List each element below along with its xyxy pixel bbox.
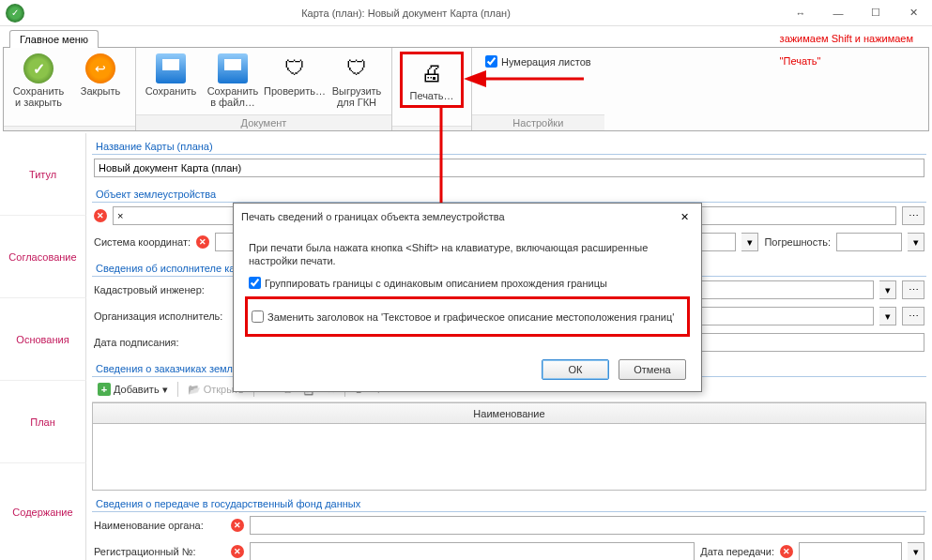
print-highlight-box: Печать… xyxy=(400,52,464,108)
customers-table: Наименование xyxy=(92,402,926,491)
check-circle-icon xyxy=(23,53,53,83)
sidebar-item-content[interactable]: Содержание xyxy=(0,463,86,560)
accuracy-input[interactable] xyxy=(836,233,902,251)
accuracy-dropdown[interactable]: ▾ xyxy=(908,233,924,251)
export-gkn-button[interactable]: Выгрузить для ГКН xyxy=(329,52,384,110)
error-icon xyxy=(94,209,107,222)
tab-main-menu[interactable]: Главное меню xyxy=(9,30,99,48)
floppy-file-icon xyxy=(218,53,248,83)
error-icon xyxy=(231,519,244,532)
transfer-date-input[interactable] xyxy=(799,542,902,560)
save-and-close-button[interactable]: Сохранить и закрыть xyxy=(11,52,66,110)
print-button[interactable]: Печать… xyxy=(405,56,459,103)
table-header-name[interactable]: Наименование xyxy=(93,403,925,424)
engineer-dropdown[interactable]: ▾ xyxy=(879,280,896,299)
titlebar: ✓ Карта (план): Новый документ Карта (пл… xyxy=(0,0,932,26)
numbering-checkbox-input[interactable] xyxy=(485,55,497,68)
dialog-info-text: При печати была нажата кнопка <Shift> на… xyxy=(249,241,686,267)
numbering-checkbox[interactable]: Нумерация листов xyxy=(485,55,591,68)
maximize-button[interactable]: ☐ xyxy=(857,0,894,26)
app-icon: ✓ xyxy=(6,4,24,23)
sidebar-item-grounds[interactable]: Основания xyxy=(0,298,86,381)
map-name-input[interactable] xyxy=(94,159,924,177)
section-object: Объект землеустройства xyxy=(92,185,926,203)
dialog-close-button[interactable]: ✕ xyxy=(675,207,694,226)
error-icon xyxy=(196,235,209,249)
ribbon-group-document: Сохранить Сохранить в файл… Проверить… В… xyxy=(136,48,392,130)
replace-title-highlight: Заменить заголовок на 'Текстовое и графи… xyxy=(245,296,690,337)
ribbon-group-print: Печать… xyxy=(392,48,472,130)
org-dropdown[interactable]: ▾ xyxy=(879,307,896,325)
section-map-name: Название Карты (плана) xyxy=(92,137,926,155)
group-boundaries-checkbox[interactable]: Группировать границы с одинаковым описан… xyxy=(249,277,686,289)
window-controls: ↔ — ☐ ✕ xyxy=(782,0,932,26)
close-button[interactable]: Закрыть xyxy=(73,52,128,98)
floppy-icon xyxy=(156,53,186,83)
add-button[interactable]: Добавить ▾ xyxy=(94,381,172,398)
table-body[interactable] xyxy=(93,424,925,490)
engineer-label: Кадастровый инженер: xyxy=(94,284,235,295)
ribbon-group-1: Сохранить и закрыть Закрыть xyxy=(4,48,136,130)
transfer-date-dropdown[interactable]: ▾ xyxy=(908,542,924,560)
window-title: Карта (план): Новый документ Карта (план… xyxy=(30,8,782,19)
coord-system-label: Система координат: xyxy=(94,236,191,248)
plus-icon xyxy=(98,383,111,396)
replace-title-input[interactable] xyxy=(252,310,264,323)
reg-no-label: Регистрационный №: xyxy=(94,546,225,557)
dialog-footer: ОК Отмена xyxy=(234,352,701,391)
reg-no-input[interactable] xyxy=(250,542,695,560)
accuracy-label: Погрешность: xyxy=(764,236,831,248)
ribbon-group-settings: Нумерация листов Настройки xyxy=(472,48,604,130)
sidebar: Титул Согласование Основания План Содерж… xyxy=(0,133,86,560)
sidebar-item-plan[interactable]: План xyxy=(0,381,86,463)
back-circle-icon xyxy=(85,53,115,83)
replace-title-checkbox[interactable]: Заменить заголовок на 'Текстовое и графи… xyxy=(252,310,683,323)
object-ellipsis-button[interactable]: ⋯ xyxy=(902,206,924,225)
error-icon xyxy=(231,545,244,558)
engineer-ellipsis-button[interactable]: ⋯ xyxy=(902,280,924,299)
group-boundaries-input[interactable] xyxy=(249,277,261,289)
expand-arrows-icon[interactable]: ↔ xyxy=(782,0,819,26)
org-label: Организация исполнитель: xyxy=(94,310,235,322)
transfer-date-label: Дата передачи: xyxy=(700,546,774,557)
authority-input[interactable] xyxy=(250,516,924,535)
shield-check-icon xyxy=(280,53,310,83)
check-button[interactable]: Проверить… xyxy=(267,52,322,98)
dialog-title-text: Печать сведений о границах объекта земле… xyxy=(241,211,675,222)
save-button[interactable]: Сохранить xyxy=(144,52,198,98)
save-to-file-button[interactable]: Сохранить в файл… xyxy=(206,52,260,110)
ok-button[interactable]: ОК xyxy=(542,359,609,380)
org-ellipsis-button[interactable]: ⋯ xyxy=(902,307,924,325)
folder-icon xyxy=(188,384,201,396)
close-window-button[interactable]: ✕ xyxy=(894,0,932,26)
section-transfer: Сведения о передаче в государственный фо… xyxy=(92,494,926,512)
print-dialog: Печать сведений о границах объекта земле… xyxy=(233,203,702,392)
dialog-titlebar: Печать сведений о границах объекта земле… xyxy=(234,204,701,230)
cancel-button[interactable]: Отмена xyxy=(619,359,686,380)
shield-export-icon xyxy=(342,53,372,83)
printer-icon xyxy=(417,58,447,88)
sign-date-label: Дата подписания: xyxy=(94,337,235,348)
sidebar-item-title[interactable]: Титул xyxy=(0,133,86,216)
coord-system-dropdown[interactable]: ▾ xyxy=(741,233,758,251)
minimize-button[interactable]: — xyxy=(819,0,857,26)
dialog-body: При печати была нажата кнопка <Shift> на… xyxy=(234,230,701,352)
annotation-text: зажимаем Shift и нажимаем "Печать" xyxy=(780,26,913,71)
error-icon xyxy=(780,545,793,558)
authority-label: Наименование органа: xyxy=(94,520,225,531)
sidebar-item-approval[interactable]: Согласование xyxy=(0,216,86,298)
